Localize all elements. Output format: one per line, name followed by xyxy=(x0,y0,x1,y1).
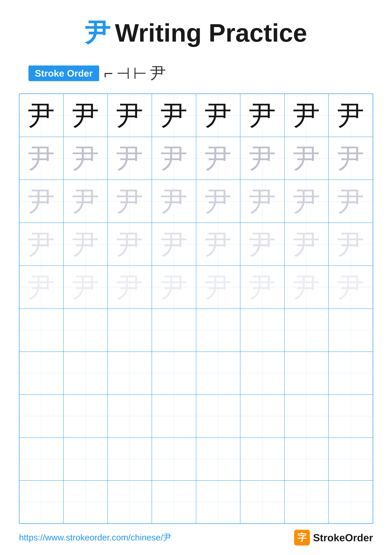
grid-cell: 尹 xyxy=(240,223,285,266)
grid-cell xyxy=(108,394,152,438)
grid-cell xyxy=(285,394,329,438)
grid-cell: 尹 xyxy=(328,266,373,309)
brand-icon-char: 字 xyxy=(297,531,307,544)
grid-cell xyxy=(328,352,373,395)
grid-cell xyxy=(152,309,196,352)
grid-cell xyxy=(240,481,285,524)
grid-cell xyxy=(108,309,152,352)
stroke-order-chars: ⌐ ⊣ ⊢ 尹 xyxy=(104,63,166,84)
grid-cell xyxy=(108,438,152,481)
grid-cell: 尹 xyxy=(108,266,152,309)
grid-cell xyxy=(240,352,285,395)
grid-cell: 尹 xyxy=(240,266,285,309)
grid-cell xyxy=(64,481,108,524)
grid-cell xyxy=(64,309,108,352)
page-title: 尹 Writing Practice xyxy=(85,16,307,50)
grid-cell: 尹 xyxy=(196,94,240,137)
grid-cell xyxy=(64,352,108,395)
grid-cell: 尹 xyxy=(328,180,373,223)
writing-grid: 尹尹尹尹尹尹尹尹尹尹尹尹尹尹尹尹尹尹尹尹尹尹尹尹尹尹尹尹尹尹尹尹尹尹尹尹尹尹尹尹 xyxy=(19,94,373,524)
footer: https://www.strokeorder.com/chinese/尹 字 … xyxy=(0,530,392,546)
grid-cell xyxy=(108,352,152,395)
grid-cell: 尹 xyxy=(19,180,64,223)
grid-cell: 尹 xyxy=(328,94,373,137)
grid-cell: 尹 xyxy=(64,223,108,266)
grid-cell xyxy=(328,394,373,438)
grid-cell xyxy=(196,481,240,524)
grid-cell: 尹 xyxy=(152,137,196,180)
title-char: 尹 xyxy=(85,16,110,50)
grid-cell xyxy=(196,309,240,352)
grid-cell xyxy=(285,309,329,352)
stroke-4: 尹 xyxy=(150,63,166,84)
grid-cell: 尹 xyxy=(152,223,196,266)
grid-cell: 尹 xyxy=(64,266,108,309)
grid-cell: 尹 xyxy=(108,137,152,180)
grid-cell: 尹 xyxy=(19,94,64,137)
grid-cell xyxy=(285,481,329,524)
grid-cell: 尹 xyxy=(240,180,285,223)
grid-cell xyxy=(328,481,373,524)
grid-cell xyxy=(152,352,196,395)
grid-cell: 尹 xyxy=(240,94,285,137)
grid-cell: 尹 xyxy=(64,180,108,223)
grid-cell xyxy=(152,438,196,481)
grid-cell xyxy=(19,438,64,481)
grid-cell: 尹 xyxy=(152,266,196,309)
grid-cell: 尹 xyxy=(19,266,64,309)
grid-cell: 尹 xyxy=(196,137,240,180)
grid-cell: 尹 xyxy=(285,137,329,180)
grid-cell: 尹 xyxy=(328,137,373,180)
grid-cell xyxy=(240,309,285,352)
grid-cell xyxy=(152,481,196,524)
grid-cell xyxy=(240,394,285,438)
grid-cell: 尹 xyxy=(19,137,64,180)
stroke-order-row: Stroke Order ⌐ ⊣ ⊢ 尹 xyxy=(29,63,166,84)
stroke-3: ⊢ xyxy=(133,64,147,83)
page: 尹 Writing Practice Stroke Order ⌐ ⊣ ⊢ 尹 … xyxy=(0,0,392,555)
grid-cell xyxy=(19,481,64,524)
grid-cell xyxy=(64,438,108,481)
grid-cell xyxy=(19,309,64,352)
grid-cell: 尹 xyxy=(240,137,285,180)
grid-cell xyxy=(19,394,64,438)
grid-cell: 尹 xyxy=(64,94,108,137)
grid-cell xyxy=(19,352,64,395)
grid-cell xyxy=(285,352,329,395)
grid-cell: 尹 xyxy=(196,180,240,223)
grid-cell xyxy=(196,394,240,438)
grid-cell: 尹 xyxy=(152,180,196,223)
grid-cell xyxy=(108,481,152,524)
grid-cell: 尹 xyxy=(285,94,329,137)
grid-cell: 尹 xyxy=(108,223,152,266)
grid-cell xyxy=(196,438,240,481)
title-text: Writing Practice xyxy=(115,18,307,47)
stroke-1: ⌐ xyxy=(104,64,113,82)
grid-cell: 尹 xyxy=(285,180,329,223)
grid-cell xyxy=(285,438,329,481)
stroke-order-badge: Stroke Order xyxy=(29,66,99,81)
grid-cell xyxy=(328,438,373,481)
grid-cell xyxy=(196,352,240,395)
grid-cell xyxy=(64,394,108,438)
grid-cell: 尹 xyxy=(196,223,240,266)
grid-cell: 尹 xyxy=(108,94,152,137)
footer-brand: 字 StrokeOrder xyxy=(294,530,373,546)
brand-name: StrokeOrder xyxy=(313,532,373,544)
grid-cell: 尹 xyxy=(19,223,64,266)
grid-cell: 尹 xyxy=(108,180,152,223)
grid-cell: 尹 xyxy=(285,223,329,266)
grid-cell xyxy=(152,394,196,438)
footer-url: https://www.strokeorder.com/chinese/尹 xyxy=(19,532,172,543)
grid-cell: 尹 xyxy=(196,266,240,309)
grid-cell: 尹 xyxy=(285,266,329,309)
grid-cell xyxy=(328,309,373,352)
grid-cell xyxy=(240,438,285,481)
grid-cell: 尹 xyxy=(328,223,373,266)
grid-cell: 尹 xyxy=(64,137,108,180)
grid-cell: 尹 xyxy=(152,94,196,137)
brand-icon: 字 xyxy=(294,530,310,546)
stroke-2: ⊣ xyxy=(116,64,130,83)
